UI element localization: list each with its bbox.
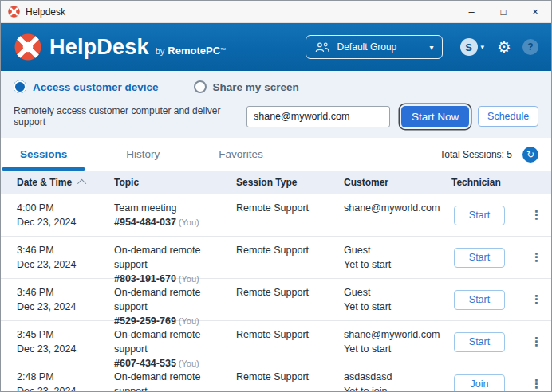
cell-topic: Team meeting #954-484-037(You)	[114, 194, 236, 236]
table-row: 3:46 PM Dec 23, 2024 On-demand remote su…	[1, 237, 551, 279]
cell-customer: shane@myworld.com Yet to start	[344, 321, 451, 363]
session-time: 4:00 PM	[17, 201, 114, 215]
brand-by-text: by	[156, 46, 165, 56]
session-topic: On-demand remote support	[114, 370, 236, 392]
session-date: Dec 23, 2024	[17, 300, 114, 314]
mode-description: Remotely access customer computer and de…	[14, 105, 246, 127]
customer-status: Yet to start	[344, 257, 451, 272]
sort-ascending-icon	[77, 179, 86, 188]
brand-secondary-name: RemotePC	[168, 45, 220, 57]
sessions-table-body: 4:00 PM Dec 23, 2024 Team meeting #954-4…	[1, 194, 551, 392]
session-time: 3:45 PM	[17, 327, 114, 342]
session-topic: On-demand remote support	[114, 243, 236, 272]
session-date: Dec 23, 2024	[17, 257, 114, 272]
cell-technician-action: Start	[451, 194, 522, 236]
connect-section: Access customer device Share my screen R…	[1, 71, 551, 138]
window-title: Helpdesk	[26, 6, 455, 18]
app-lifebuoy-icon	[8, 6, 20, 18]
help-icon[interactable]: ?	[522, 39, 538, 55]
close-button[interactable]: ×	[519, 1, 551, 22]
kebab-menu-icon[interactable]: ⋮	[530, 250, 542, 265]
cell-topic: On-demand remote support #727-840-522(Yo…	[114, 363, 236, 392]
table-row: 3:46 PM Dec 23, 2024 On-demand remote su…	[1, 279, 551, 321]
customer-name: shane@myworld.com	[344, 327, 451, 342]
mode-radio-group: Access customer device Share my screen	[14, 80, 538, 93]
cell-customer: Guest Yet to start	[344, 279, 451, 320]
session-time: 3:46 PM	[17, 243, 114, 257]
cell-date-time: 3:45 PM Dec 23, 2024	[1, 321, 114, 363]
radio-share-my-screen[interactable]	[194, 80, 207, 93]
session-time: 3:46 PM	[17, 285, 114, 300]
cell-date-time: 3:46 PM Dec 23, 2024	[1, 279, 114, 320]
cell-session-type: Remote Support	[236, 279, 344, 320]
cell-row-menu: ⋮	[522, 321, 551, 363]
cell-row-menu: ⋮	[522, 363, 551, 392]
session-owner: (You)	[179, 218, 199, 227]
cell-session-type: Remote Support	[236, 321, 344, 363]
kebab-menu-icon[interactable]: ⋮	[530, 377, 542, 391]
window-titlebar: Helpdesk – □ ×	[1, 1, 551, 23]
table-row: 2:48 PM Dec 23, 2024 On-demand remote su…	[1, 363, 551, 392]
avatar: S	[460, 38, 478, 56]
cell-topic: On-demand remote support #529-259-769(Yo…	[114, 279, 236, 320]
radio-access-label[interactable]: Access customer device	[33, 81, 159, 93]
session-action-button[interactable]: Start	[454, 248, 505, 268]
table-row: 3:45 PM Dec 23, 2024 On-demand remote su…	[1, 321, 551, 363]
table-row: 4:00 PM Dec 23, 2024 Team meeting #954-4…	[1, 194, 551, 237]
maximize-button[interactable]: □	[487, 1, 519, 22]
cell-row-menu: ⋮	[522, 194, 551, 236]
session-action-button[interactable]: Join	[454, 374, 505, 392]
cell-row-menu: ⋮	[522, 279, 551, 320]
col-customer: Customer	[344, 177, 451, 188]
group-selector-label: Default Group	[337, 41, 423, 53]
kebab-menu-icon[interactable]: ⋮	[530, 292, 542, 307]
session-date: Dec 23, 2024	[17, 342, 114, 356]
group-people-icon	[314, 41, 330, 53]
refresh-icon[interactable]: ↻	[522, 147, 538, 163]
account-caret-icon: ▾	[481, 43, 485, 51]
session-topic: Team meeting	[114, 201, 236, 215]
customer-name: Guest	[344, 243, 451, 257]
trademark-symbol: ™	[220, 47, 226, 53]
tab-sessions[interactable]: Sessions	[20, 138, 67, 171]
kebab-menu-icon[interactable]: ⋮	[530, 208, 542, 222]
cell-session-type: Remote Support	[236, 194, 344, 236]
session-action-button[interactable]: Start	[454, 206, 505, 225]
col-session-type: Session Type	[236, 177, 344, 188]
cell-session-type: Remote Support	[236, 237, 344, 278]
cell-technician-action: Join	[451, 363, 522, 392]
kebab-menu-icon[interactable]: ⋮	[530, 335, 542, 349]
col-date-time[interactable]: Date & Time	[1, 177, 114, 188]
session-action-button[interactable]: Start	[454, 290, 505, 310]
account-menu[interactable]: S ▾	[460, 38, 485, 56]
cell-session-type: Remote Support	[236, 363, 344, 392]
minimize-button[interactable]: –	[455, 1, 487, 22]
start-session-row: Remotely access customer computer and de…	[14, 105, 538, 127]
col-technician: Technician	[451, 177, 522, 188]
brand-name: HelpDesk	[49, 35, 149, 60]
session-action-button[interactable]: Start	[454, 332, 505, 352]
session-topic: On-demand remote support	[114, 327, 236, 356]
cell-technician-action: Start	[451, 321, 522, 363]
customer-email-input[interactable]	[246, 106, 390, 127]
cell-topic: On-demand remote support #803-191-670(Yo…	[114, 237, 236, 278]
radio-share-label[interactable]: Share my screen	[213, 81, 299, 93]
tab-favorites[interactable]: Favorites	[219, 138, 263, 171]
cell-customer: shane@myworld.com	[344, 194, 451, 236]
cell-date-time: 4:00 PM Dec 23, 2024	[1, 194, 114, 236]
start-now-button[interactable]: Start Now	[401, 106, 469, 127]
schedule-button[interactable]: Schedule	[478, 106, 538, 127]
group-selector-dropdown[interactable]: Default Group ▾	[306, 35, 443, 59]
cell-date-time: 3:46 PM Dec 23, 2024	[1, 237, 114, 278]
total-sessions-label: Total Sessions:	[440, 149, 504, 160]
customer-status: Yet to start	[344, 342, 451, 356]
settings-gear-icon[interactable]: ⚙	[497, 39, 511, 55]
customer-name: Guest	[344, 285, 451, 300]
group-caret-icon: ▾	[430, 43, 434, 52]
session-time: 2:48 PM	[17, 370, 114, 384]
tab-history[interactable]: History	[126, 138, 160, 171]
tabs-bar: Sessions History Favorites Total Session…	[1, 138, 551, 171]
cell-customer: Guest Yet to start	[344, 237, 451, 278]
radio-access-customer-device[interactable]	[14, 80, 26, 93]
sessions-table-header: Date & Time Topic Session Type Customer …	[1, 171, 551, 194]
